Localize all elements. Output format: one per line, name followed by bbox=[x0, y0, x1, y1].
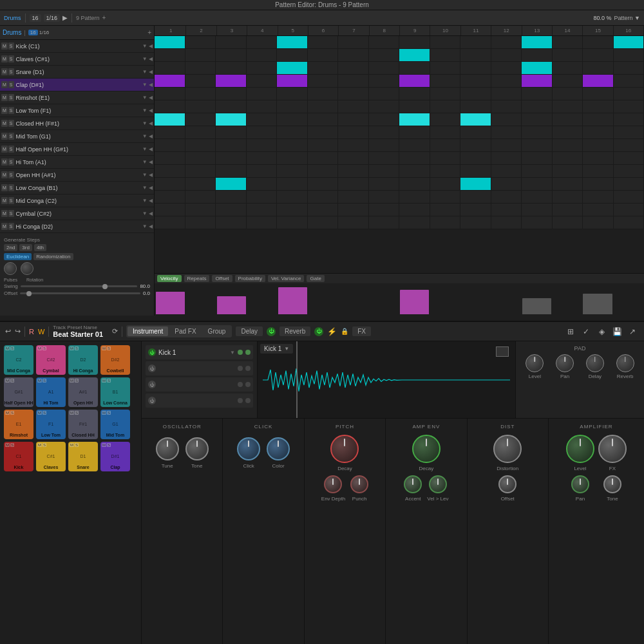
grid-cell-11-10[interactable] bbox=[460, 178, 491, 190]
grid-cell-1-1[interactable] bbox=[185, 49, 216, 61]
pad-2[interactable]: MS D2 Hi Conga bbox=[68, 345, 98, 375]
distortion-knob[interactable] bbox=[493, 435, 522, 463]
grid-cell-13-5[interactable] bbox=[308, 204, 339, 216]
grid-cell-4-13[interactable] bbox=[553, 88, 583, 100]
grid-cell-2-4[interactable] bbox=[277, 62, 308, 74]
grid-cell-10-7[interactable] bbox=[369, 165, 400, 177]
drum-track-2[interactable]: MS Snare (D1) ▼ ◀ bbox=[0, 66, 154, 79]
grid-cell-2-3[interactable] bbox=[247, 62, 278, 74]
drum-track-12[interactable]: MS Mid Conga (C2) ▼ ◀ bbox=[0, 194, 154, 207]
amp-fx-knob[interactable] bbox=[598, 435, 627, 463]
grid-cell-4-1[interactable] bbox=[185, 88, 216, 100]
grid-cell-12-11[interactable] bbox=[491, 191, 522, 203]
grid-cell-0-14[interactable] bbox=[583, 36, 614, 48]
diamond-icon[interactable]: ◈ bbox=[595, 325, 608, 338]
drum-track-3[interactable]: MS Clap (D#1) ▼ ◀ bbox=[0, 79, 154, 91]
grid-cell-2-11[interactable] bbox=[491, 62, 522, 74]
grid-cell-9-8[interactable] bbox=[399, 152, 430, 164]
grid-cell-11-12[interactable] bbox=[522, 178, 553, 190]
grid-cell-6-11[interactable] bbox=[491, 113, 522, 126]
grid-cell-0-9[interactable] bbox=[430, 36, 461, 48]
tune-knob[interactable] bbox=[156, 437, 179, 460]
grid-cell-11-13[interactable] bbox=[553, 178, 583, 190]
step-count-badge[interactable]: 16 bbox=[28, 30, 38, 35]
grid-cell-14-9[interactable] bbox=[430, 216, 461, 229]
grid-cell-13-12[interactable] bbox=[522, 204, 553, 216]
grid-cell-12-3[interactable] bbox=[247, 191, 278, 203]
grid-cell-14-14[interactable] bbox=[583, 216, 614, 229]
vel-tab-2[interactable]: Offset bbox=[212, 275, 232, 282]
grid-cell-0-8[interactable] bbox=[399, 36, 430, 48]
grid-cell-4-2[interactable] bbox=[216, 88, 247, 100]
expand-icon[interactable]: ↗ bbox=[626, 325, 639, 338]
grid-cell-11-2[interactable] bbox=[216, 178, 247, 190]
reverb-power[interactable]: ⏻ bbox=[314, 327, 323, 336]
grid-cell-12-9[interactable] bbox=[430, 191, 461, 203]
grid-cell-6-13[interactable] bbox=[553, 113, 583, 126]
grid-cell-0-3[interactable] bbox=[247, 36, 278, 48]
grid-cell-14-10[interactable] bbox=[460, 216, 491, 229]
lightning-icon[interactable]: ⚡ bbox=[327, 327, 337, 336]
grid-cell-12-1[interactable] bbox=[185, 191, 216, 203]
reverb-btn[interactable]: Reverb bbox=[279, 327, 310, 336]
drum-track-7[interactable]: MS Mid Tom (G1) ▼ ◀ bbox=[0, 130, 154, 143]
grid-cell-8-5[interactable] bbox=[308, 139, 339, 151]
grid-cell-0-10[interactable] bbox=[460, 36, 491, 48]
grid-cell-1-6[interactable] bbox=[338, 49, 369, 61]
grid-cell-12-7[interactable] bbox=[369, 191, 400, 203]
pad-9[interactable]: MS F1 Low Tom bbox=[36, 410, 66, 439]
grid-cell-9-4[interactable] bbox=[277, 152, 308, 164]
grid-cell-12-14[interactable] bbox=[583, 191, 614, 203]
vel-lev-knob[interactable] bbox=[429, 475, 447, 493]
grid-cell-6-3[interactable] bbox=[247, 113, 278, 126]
grid-cell-10-3[interactable] bbox=[247, 165, 278, 177]
lock-icon[interactable]: 🔒 bbox=[341, 328, 348, 335]
grid-cell-9-5[interactable] bbox=[308, 152, 339, 164]
grid-cell-11-3[interactable] bbox=[247, 178, 278, 190]
grid-cell-4-7[interactable] bbox=[369, 88, 400, 100]
grid-cell-7-1[interactable] bbox=[185, 126, 216, 138]
grid-cell-11-11[interactable] bbox=[491, 178, 522, 190]
grid-cell-2-1[interactable] bbox=[185, 62, 216, 74]
grid-cell-12-13[interactable] bbox=[553, 191, 583, 203]
grid-cell-5-8[interactable] bbox=[399, 100, 430, 113]
grid-cell-14-4[interactable] bbox=[277, 216, 308, 229]
add-track-btn[interactable]: + bbox=[147, 29, 151, 36]
vel-tab-4[interactable]: Vel. Variance bbox=[268, 275, 305, 282]
grid-cell-4-8[interactable] bbox=[399, 88, 430, 100]
sample2-power[interactable]: ⏻ bbox=[148, 365, 156, 372]
grid-cell-13-7[interactable] bbox=[369, 204, 400, 216]
grid-cell-7-2[interactable] bbox=[216, 126, 247, 138]
drum-track-8[interactable]: MS Half Open HH (G#1) ▼ ◀ bbox=[0, 143, 154, 156]
grid-cell-2-9[interactable] bbox=[430, 62, 461, 74]
sample1-power[interactable]: ⏻ bbox=[148, 348, 156, 356]
grid-cell-8-7[interactable] bbox=[369, 139, 400, 151]
grid-cell-1-14[interactable] bbox=[583, 49, 614, 61]
vel-bar-12[interactable] bbox=[522, 298, 551, 314]
grid-cell-2-14[interactable] bbox=[583, 62, 614, 74]
grid-cell-10-4[interactable] bbox=[277, 165, 308, 177]
grid-cell-4-10[interactable] bbox=[460, 88, 491, 100]
level-knob[interactable] bbox=[526, 354, 544, 372]
grid-cell-5-6[interactable] bbox=[338, 100, 369, 113]
grid-cell-11-5[interactable] bbox=[308, 178, 339, 190]
grid-cell-3-5[interactable] bbox=[308, 75, 339, 87]
drum-track-6[interactable]: MS Closed HH (F#1) ▼ ◀ bbox=[0, 117, 154, 130]
grid-cell-11-0[interactable] bbox=[155, 178, 185, 190]
grid-cell-10-13[interactable] bbox=[553, 165, 583, 177]
grid-cell-7-10[interactable] bbox=[460, 126, 491, 138]
drum-track-13[interactable]: MS Cymbal (C#2) ▼ ◀ bbox=[0, 207, 154, 220]
delay-knob[interactable] bbox=[586, 354, 604, 372]
drum-track-1[interactable]: MS Claves (C#1) ▼ ◀ bbox=[0, 53, 154, 66]
grid-cell-1-7[interactable] bbox=[369, 49, 400, 61]
grid-cell-9-7[interactable] bbox=[369, 152, 400, 164]
vel-bar-14[interactable] bbox=[583, 294, 612, 314]
grid-cell-0-4[interactable] bbox=[277, 36, 308, 48]
random-btn[interactable]: Randomization bbox=[33, 253, 73, 260]
grid-cell-8-3[interactable] bbox=[247, 139, 278, 151]
grid-cell-1-0[interactable] bbox=[155, 49, 185, 61]
amp-pan-knob[interactable] bbox=[571, 475, 589, 493]
grid-cell-1-15[interactable] bbox=[614, 49, 645, 61]
grid-cell-13-3[interactable] bbox=[247, 204, 278, 216]
grid-cell-12-15[interactable] bbox=[614, 191, 645, 203]
